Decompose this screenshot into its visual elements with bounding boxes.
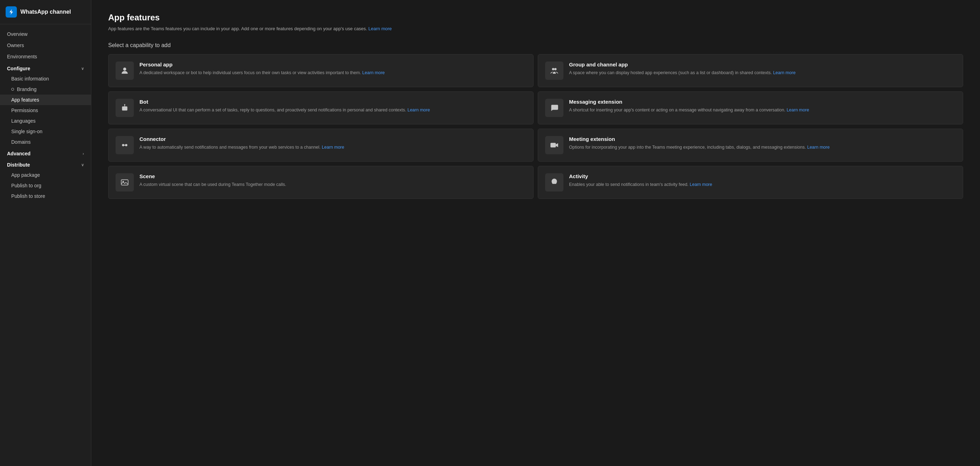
connector-icon bbox=[116, 136, 134, 154]
scene-icon bbox=[116, 173, 134, 192]
capability-card-messaging-extension[interactable]: Messaging extension A shortcut for inser… bbox=[538, 91, 963, 124]
bot-content: Bot A conversational UI that can perform… bbox=[140, 99, 526, 117]
configure-chevron-icon: ∨ bbox=[81, 66, 84, 71]
svg-rect-5 bbox=[124, 108, 124, 109]
personal-app-learn-more[interactable]: Learn more bbox=[362, 70, 385, 75]
activity-learn-more[interactable]: Learn more bbox=[690, 182, 712, 187]
branding-label: Branding bbox=[17, 86, 37, 92]
connector-title: Connector bbox=[140, 136, 526, 142]
activity-title: Activity bbox=[569, 173, 956, 179]
sidebar-item-languages[interactable]: Languages bbox=[0, 116, 91, 126]
distribute-section-label: Distribute bbox=[7, 162, 30, 168]
capability-card-meeting-extension[interactable]: Meeting extension Options for incorporat… bbox=[538, 129, 963, 162]
messaging-extension-icon bbox=[545, 99, 563, 117]
capabilities-grid: Personal app A dedicated workspace or bo… bbox=[108, 54, 963, 199]
svg-rect-12 bbox=[550, 143, 556, 147]
advanced-section-label: Advanced bbox=[7, 151, 30, 156]
connector-learn-more[interactable]: Learn more bbox=[322, 145, 344, 150]
capability-card-group-channel-app[interactable]: Group and channel app A space where you … bbox=[538, 54, 963, 87]
group-channel-app-icon bbox=[545, 62, 563, 80]
svg-point-8 bbox=[124, 104, 125, 105]
page-description: App features are the Teams features you … bbox=[108, 25, 963, 32]
messaging-extension-description: A shortcut for inserting your app's cont… bbox=[569, 107, 956, 113]
activity-content: Activity Enables your able to send notif… bbox=[569, 173, 956, 192]
sidebar-item-app-package[interactable]: App package bbox=[0, 170, 91, 180]
sidebar-item-environments[interactable]: Environments bbox=[0, 51, 91, 62]
svg-point-14 bbox=[123, 180, 124, 182]
meeting-extension-learn-more[interactable]: Learn more bbox=[807, 145, 830, 150]
svg-point-9 bbox=[122, 144, 124, 146]
svg-point-2 bbox=[552, 68, 555, 70]
activity-icon bbox=[545, 173, 563, 192]
sidebar-section-advanced[interactable]: Advanced › bbox=[0, 147, 91, 158]
capability-card-connector[interactable]: Connector A way to automatically send no… bbox=[108, 129, 533, 162]
lightning-icon bbox=[8, 8, 15, 16]
svg-rect-13 bbox=[121, 180, 128, 185]
connector-content: Connector A way to automatically send no… bbox=[140, 136, 526, 154]
page-description-learn-more-link[interactable]: Learn more bbox=[369, 26, 391, 31]
sidebar: WhatsApp channel Overview Owners Environ… bbox=[0, 0, 91, 466]
sidebar-section-distribute[interactable]: Distribute ∨ bbox=[0, 158, 91, 170]
advanced-chevron-icon: › bbox=[83, 152, 84, 156]
sidebar-header: WhatsApp channel bbox=[0, 0, 91, 24]
app-logo bbox=[6, 6, 17, 18]
group-channel-app-content: Group and channel app A space where you … bbox=[569, 62, 956, 80]
personal-app-content: Personal app A dedicated workspace or bo… bbox=[140, 62, 526, 80]
messaging-extension-title: Messaging extension bbox=[569, 99, 956, 105]
personal-app-icon bbox=[116, 62, 134, 80]
capability-card-personal-app[interactable]: Personal app A dedicated workspace or bo… bbox=[108, 54, 533, 87]
capability-card-scene[interactable]: Scene A custom virtual scene that can be… bbox=[108, 166, 533, 199]
scene-title: Scene bbox=[140, 173, 526, 179]
sidebar-item-permissions[interactable]: Permissions bbox=[0, 105, 91, 116]
messaging-extension-content: Messaging extension A shortcut for inser… bbox=[569, 99, 956, 117]
main-content: App features App features are the Teams … bbox=[91, 0, 980, 466]
sidebar-item-app-features[interactable]: App features bbox=[0, 94, 91, 105]
group-channel-app-description: A space where you can display hosted app… bbox=[569, 70, 956, 76]
group-channel-app-learn-more[interactable]: Learn more bbox=[773, 70, 795, 75]
branding-circle-icon bbox=[11, 88, 14, 91]
meeting-extension-description: Options for incorporating your app into … bbox=[569, 144, 956, 151]
sidebar-item-branding[interactable]: Branding bbox=[0, 84, 91, 94]
activity-description: Enables your able to send notifications … bbox=[569, 181, 956, 188]
svg-marker-0 bbox=[10, 9, 13, 15]
personal-app-title: Personal app bbox=[140, 62, 526, 67]
section-title: Select a capability to add bbox=[108, 42, 963, 48]
connector-description: A way to automatically send notification… bbox=[140, 144, 526, 151]
sidebar-item-overview[interactable]: Overview bbox=[0, 29, 91, 40]
sidebar-item-publish-to-store[interactable]: Publish to store bbox=[0, 191, 91, 201]
meeting-extension-icon bbox=[545, 136, 563, 154]
sidebar-item-single-sign-on[interactable]: Single sign-on bbox=[0, 126, 91, 137]
messaging-extension-learn-more[interactable]: Learn more bbox=[786, 107, 809, 112]
svg-rect-4 bbox=[122, 106, 127, 110]
bot-title: Bot bbox=[140, 99, 526, 105]
sidebar-item-basic-information[interactable]: Basic information bbox=[0, 73, 91, 84]
page-title: App features bbox=[108, 13, 963, 22]
capability-card-bot[interactable]: Bot A conversational UI that can perform… bbox=[108, 91, 533, 124]
bot-icon bbox=[116, 99, 134, 117]
svg-rect-6 bbox=[125, 108, 126, 109]
sidebar-item-domains[interactable]: Domains bbox=[0, 137, 91, 147]
page-description-text: App features are the Teams features you … bbox=[108, 26, 367, 31]
svg-point-3 bbox=[554, 68, 557, 70]
svg-point-1 bbox=[123, 67, 126, 71]
meeting-extension-content: Meeting extension Options for incorporat… bbox=[569, 136, 956, 154]
capability-card-activity[interactable]: Activity Enables your able to send notif… bbox=[538, 166, 963, 199]
sidebar-item-owners[interactable]: Owners bbox=[0, 40, 91, 51]
sidebar-section-configure[interactable]: Configure ∨ bbox=[0, 62, 91, 73]
bot-description: A conversational UI that can perform a s… bbox=[140, 107, 526, 113]
bot-learn-more[interactable]: Learn more bbox=[407, 107, 430, 112]
sidebar-navigation: Overview Owners Environments Configure ∨… bbox=[0, 24, 91, 206]
meeting-extension-title: Meeting extension bbox=[569, 136, 956, 142]
group-channel-app-title: Group and channel app bbox=[569, 62, 956, 67]
personal-app-description: A dedicated workspace or bot to help ind… bbox=[140, 70, 526, 76]
scene-description: A custom virtual scene that can be used … bbox=[140, 181, 526, 188]
distribute-chevron-icon: ∨ bbox=[81, 163, 84, 167]
sidebar-app-name: WhatsApp channel bbox=[21, 9, 71, 15]
scene-content: Scene A custom virtual scene that can be… bbox=[140, 173, 526, 192]
configure-section-label: Configure bbox=[7, 66, 30, 71]
svg-point-10 bbox=[125, 144, 127, 146]
sidebar-item-publish-to-org[interactable]: Publish to org bbox=[0, 180, 91, 191]
